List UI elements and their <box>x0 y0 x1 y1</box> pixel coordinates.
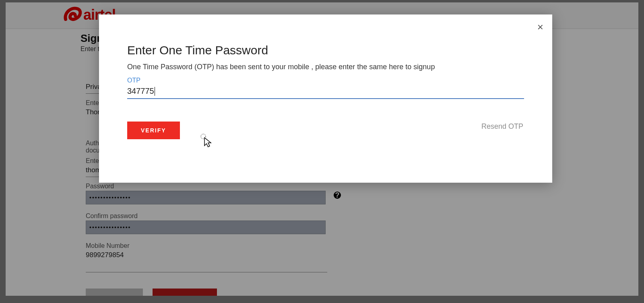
modal-description: One Time Password (OTP) has been sent to… <box>127 63 524 71</box>
window-frame-right <box>638 0 644 303</box>
modal-body: Enter One Time Password One Time Passwor… <box>127 43 524 139</box>
cursor-pointer-icon <box>200 133 213 150</box>
window-frame-top <box>0 0 644 2</box>
otp-value: 347775 <box>127 87 154 96</box>
close-icon[interactable]: × <box>537 22 543 32</box>
window-frame-left <box>0 0 6 303</box>
verify-button[interactable]: VERIFY <box>127 122 180 139</box>
otp-modal: × Enter One Time Password One Time Passw… <box>99 14 552 183</box>
window-frame-bottom <box>0 296 644 303</box>
page: airtel Sign Enter t Priva Enter Thon Aut… <box>0 0 644 303</box>
modal-title: Enter One Time Password <box>127 43 524 57</box>
text-caret <box>155 87 155 96</box>
resend-otp-link[interactable]: Resend OTP <box>481 122 523 131</box>
otp-input[interactable]: 347775 <box>127 85 524 99</box>
otp-label: OTP <box>127 77 524 84</box>
